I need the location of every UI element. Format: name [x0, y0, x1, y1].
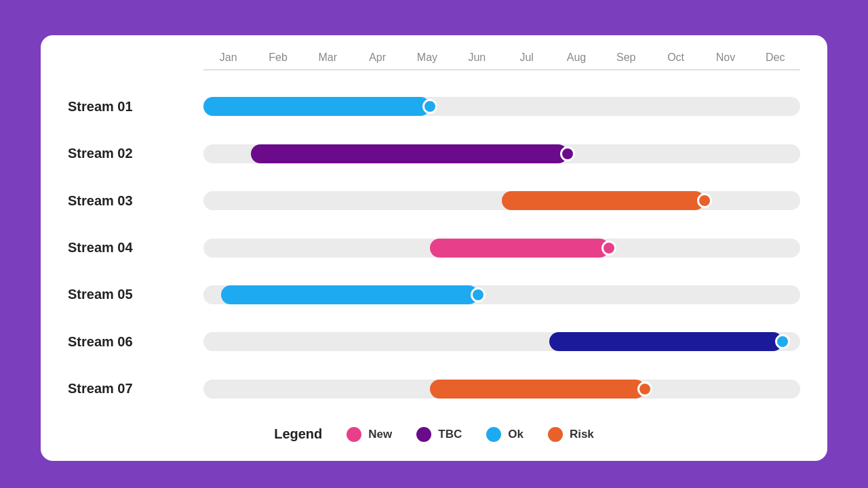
legend-item-ok: Ok [486, 427, 524, 442]
legend-dot-risk [548, 427, 563, 442]
legend: LegendNewTBCOkRisk [68, 426, 800, 442]
month-label-dec: Dec [751, 52, 800, 64]
bar-track-4 [203, 239, 800, 258]
legend-dot-ok [486, 427, 501, 442]
month-label-may: May [402, 52, 452, 64]
stream-label-5: Stream 05 [68, 287, 203, 302]
bar-dot-7 [637, 382, 652, 396]
legend-label-risk: Risk [570, 428, 594, 441]
month-label-nov: Nov [701, 52, 750, 64]
legend-title: Legend [274, 426, 322, 442]
bar-fill-3 [502, 191, 705, 210]
stream-label-7: Stream 07 [68, 381, 203, 396]
bar-fill-6 [549, 332, 782, 351]
stream-label-3: Stream 03 [68, 193, 203, 209]
bar-dot-1 [422, 99, 437, 114]
legend-dot-tbc [416, 427, 431, 442]
stream-row-1: Stream 01 [68, 89, 800, 124]
month-label-jun: Jun [452, 52, 502, 64]
bar-dot-6 [775, 334, 790, 349]
legend-dot-new [347, 427, 361, 442]
header [0, 0, 868, 35]
bar-fill-4 [430, 239, 609, 258]
stream-row-5: Stream 05 [68, 277, 800, 312]
legend-label-new: New [368, 428, 392, 441]
stream-row-6: Stream 06 [68, 324, 800, 359]
bar-fill-7 [430, 380, 645, 399]
bar-fill-1 [203, 97, 430, 116]
legend-item-tbc: TBC [416, 427, 462, 442]
month-label-sep: Sep [601, 52, 651, 64]
month-label-jan: Jan [203, 52, 253, 64]
stream-row-4: Stream 04 [68, 230, 800, 266]
stream-row-7: Stream 07 [68, 371, 800, 407]
bar-track-6 [203, 332, 800, 351]
stream-row-3: Stream 03 [68, 183, 800, 218]
stream-row-2: Stream 02 [68, 136, 800, 171]
bar-track-1 [203, 97, 800, 116]
months-row: JanFebMarAprMayJunJulAugSepOctNovDec [203, 52, 800, 70]
bar-dot-4 [601, 241, 616, 256]
legend-item-risk: Risk [548, 427, 594, 442]
stream-label-1: Stream 01 [68, 99, 203, 115]
bar-fill-2 [251, 144, 567, 163]
legend-label-ok: Ok [508, 428, 524, 441]
stream-label-6: Stream 06 [68, 334, 203, 350]
bar-track-2 [203, 144, 800, 163]
bar-track-7 [203, 380, 800, 399]
month-label-oct: Oct [651, 52, 701, 64]
stream-label-2: Stream 02 [68, 146, 203, 161]
legend-label-tbc: TBC [438, 428, 462, 441]
month-label-jul: Jul [502, 52, 551, 64]
month-label-feb: Feb [253, 52, 302, 64]
bar-dot-2 [560, 146, 575, 161]
main-card: JanFebMarAprMayJunJulAugSepOctNovDec Str… [41, 35, 827, 461]
bar-dot-3 [697, 193, 712, 208]
legend-item-new: New [347, 427, 392, 442]
streams-container: Stream 01Stream 02Stream 03Stream 04Stre… [68, 77, 800, 418]
bar-track-5 [203, 285, 800, 304]
stream-label-4: Stream 04 [68, 240, 203, 256]
month-label-apr: Apr [353, 52, 402, 64]
month-label-aug: Aug [551, 52, 601, 64]
bar-track-3 [203, 191, 800, 210]
bar-fill-5 [221, 285, 477, 304]
bar-dot-5 [471, 287, 486, 302]
month-label-mar: Mar [303, 52, 353, 64]
